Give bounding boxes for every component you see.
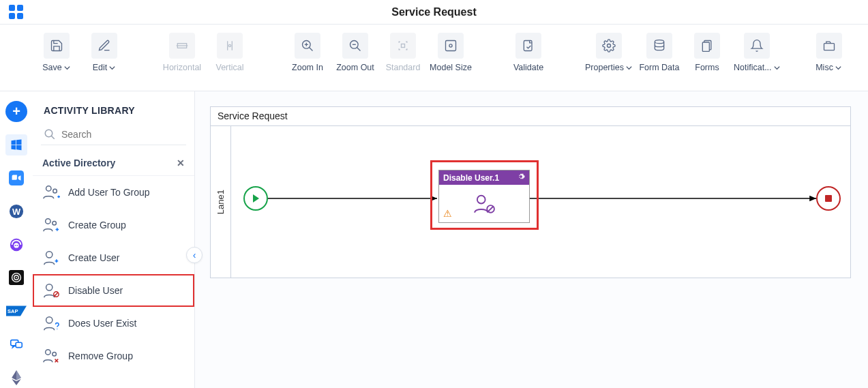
align-horizontal-button: Horizontal bbox=[161, 33, 203, 72]
svg-line-48 bbox=[55, 293, 59, 297]
model-size-button[interactable]: Model Size bbox=[430, 33, 472, 72]
edit-icon bbox=[91, 33, 117, 59]
svg-rect-1 bbox=[17, 5, 23, 11]
gear-icon bbox=[596, 33, 622, 59]
svg-text:SAP: SAP bbox=[8, 308, 18, 314]
zoom-standard-button: Standard bbox=[382, 33, 424, 72]
process-canvas[interactable]: Service Request Lane1 bbox=[210, 106, 851, 278]
svg-point-21 bbox=[655, 40, 663, 44]
svg-point-39 bbox=[45, 130, 53, 137]
folder-icon bbox=[816, 33, 842, 59]
svg-rect-38 bbox=[16, 342, 22, 347]
svg-point-41 bbox=[46, 186, 51, 191]
validate-icon bbox=[515, 33, 541, 59]
toolbar: Save Edit Horizontal Vertical Zoom In Zo… bbox=[0, 25, 868, 91]
activity-disable-user[interactable]: Disable User bbox=[33, 274, 194, 307]
support-icon[interactable] bbox=[5, 234, 27, 255]
task-title: Disable User.1 bbox=[443, 173, 499, 183]
svg-point-52 bbox=[53, 352, 57, 356]
user-group-icon bbox=[42, 184, 60, 200]
properties-button[interactable]: Properties bbox=[585, 33, 633, 72]
activity-create-group[interactable]: Create Group bbox=[33, 209, 194, 241]
svg-point-29 bbox=[14, 243, 18, 248]
svg-rect-58 bbox=[825, 195, 832, 202]
activity-library-panel: ACTIVITY LIBRARY Active Directory ✕ Add … bbox=[33, 91, 195, 388]
zoom-in-icon bbox=[295, 33, 320, 59]
ethereum-icon[interactable] bbox=[5, 367, 27, 388]
start-node[interactable] bbox=[243, 186, 268, 211]
svg-line-57 bbox=[488, 207, 493, 211]
forms-button[interactable]: Forms bbox=[686, 33, 728, 72]
svg-point-35 bbox=[16, 277, 17, 278]
category-header[interactable]: Active Directory ✕ bbox=[33, 151, 194, 176]
svg-line-10 bbox=[310, 48, 313, 51]
end-node[interactable] bbox=[816, 186, 841, 211]
gear-icon[interactable] bbox=[517, 173, 525, 183]
task-disable-user[interactable]: Disable User.1 ⚠ bbox=[438, 170, 530, 223]
save-button[interactable]: Save bbox=[35, 33, 78, 72]
zoom-out-button[interactable]: Zoom Out bbox=[334, 33, 376, 72]
add-integration-button[interactable]: + bbox=[5, 101, 27, 122]
svg-point-30 bbox=[15, 245, 16, 246]
svg-point-51 bbox=[46, 350, 50, 355]
validate-button[interactable]: Validate bbox=[507, 33, 550, 72]
zoom-standard-icon bbox=[390, 33, 416, 59]
svg-point-20 bbox=[607, 44, 610, 48]
align-vertical-button: Vertical bbox=[209, 33, 251, 72]
zoom-app-icon[interactable] bbox=[5, 168, 27, 189]
svg-point-55 bbox=[477, 196, 485, 204]
search-icon bbox=[44, 128, 56, 140]
zoom-in-button[interactable]: Zoom In bbox=[286, 33, 329, 72]
save-icon bbox=[44, 33, 70, 59]
zoom-out-icon bbox=[342, 33, 368, 59]
svg-point-46 bbox=[46, 284, 53, 290]
close-icon[interactable]: ✕ bbox=[177, 158, 185, 168]
activity-remove-group[interactable]: Remove Group bbox=[33, 340, 194, 372]
svg-rect-17 bbox=[446, 41, 456, 51]
svg-point-49 bbox=[46, 317, 53, 323]
chat-icon[interactable] bbox=[5, 333, 27, 355]
svg-point-44 bbox=[53, 221, 57, 225]
wordpress-icon[interactable]: W bbox=[5, 200, 27, 222]
activity-create-user[interactable]: Create User bbox=[33, 241, 194, 274]
sidebar-title: ACTIVITY LIBRARY bbox=[33, 91, 194, 124]
database-icon bbox=[646, 33, 672, 59]
windows-icon[interactable] bbox=[5, 134, 27, 155]
svg-point-50 bbox=[57, 329, 57, 329]
edit-button[interactable]: Edit bbox=[83, 33, 125, 72]
svg-point-45 bbox=[46, 252, 53, 258]
svg-point-18 bbox=[449, 44, 452, 47]
svg-rect-16 bbox=[402, 44, 405, 48]
process-name-label: Service Request bbox=[211, 107, 850, 126]
svg-line-40 bbox=[51, 136, 55, 139]
page-title: Service Request bbox=[33, 6, 835, 18]
forms-icon bbox=[694, 33, 720, 59]
collapse-sidebar-button[interactable]: ‹ bbox=[186, 247, 203, 263]
svg-line-14 bbox=[357, 48, 361, 51]
user-disable-icon bbox=[473, 194, 496, 214]
misc-button[interactable]: Misc bbox=[808, 33, 850, 72]
group-remove-icon bbox=[42, 348, 60, 364]
user-question-icon bbox=[42, 315, 60, 331]
form-data-button[interactable]: Form Data bbox=[638, 33, 680, 72]
activity-add-user-to-group[interactable]: Add User To Group bbox=[33, 176, 194, 209]
warning-icon: ⚠ bbox=[443, 208, 452, 219]
align-vertical-icon bbox=[217, 33, 243, 59]
sap-icon[interactable]: SAP bbox=[5, 301, 27, 322]
activity-does-user-exist[interactable]: Does User Exist bbox=[33, 307, 194, 340]
svg-rect-23 bbox=[702, 42, 709, 51]
user-disable-icon bbox=[42, 282, 60, 299]
search-input[interactable] bbox=[61, 129, 183, 140]
svg-text:W: W bbox=[12, 206, 21, 216]
notifications-button[interactable]: Notificat... bbox=[734, 33, 781, 72]
app-logo[interactable] bbox=[0, 5, 33, 20]
svg-rect-24 bbox=[824, 44, 834, 50]
svg-rect-2 bbox=[9, 13, 15, 19]
align-horizontal-icon bbox=[169, 33, 195, 59]
target-icon[interactable] bbox=[5, 267, 27, 288]
model-size-icon bbox=[438, 33, 464, 59]
svg-rect-3 bbox=[17, 13, 23, 19]
svg-rect-0 bbox=[9, 5, 15, 11]
search-input-wrap[interactable] bbox=[41, 124, 186, 145]
svg-point-42 bbox=[53, 189, 57, 193]
